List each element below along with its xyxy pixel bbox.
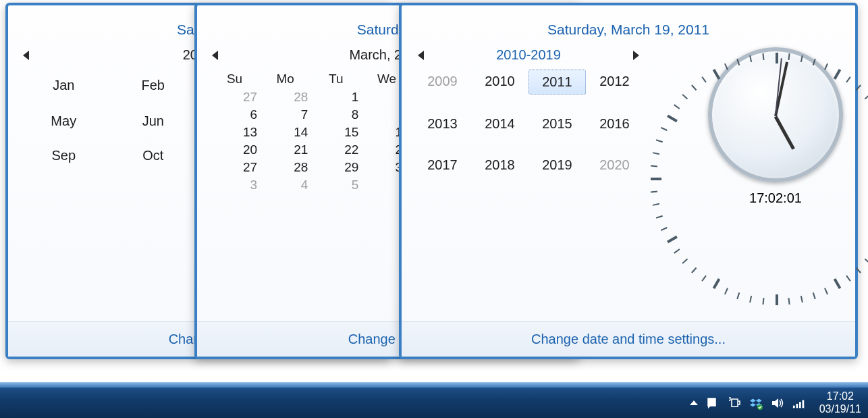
clock-tick <box>749 55 752 62</box>
clock-tick <box>865 259 868 264</box>
clock-tick <box>788 53 790 60</box>
month-cell[interactable]: Sep <box>20 144 107 167</box>
clock-tick <box>713 278 720 289</box>
day-cell[interactable]: 22 <box>310 141 361 159</box>
svg-rect-2 <box>796 403 798 407</box>
clock-tick <box>749 296 752 303</box>
clock-tick <box>788 298 790 305</box>
clock-tick <box>736 292 740 299</box>
year-cell[interactable]: 2020 <box>586 153 643 177</box>
year-cell[interactable]: 2016 <box>586 112 643 136</box>
clock-tick <box>667 236 678 243</box>
clock-tick <box>724 63 728 70</box>
month-cell[interactable]: Feb <box>110 74 197 99</box>
day-header: Tu <box>310 70 361 88</box>
clock-tick <box>762 298 764 305</box>
day-header: Mo <box>260 70 310 88</box>
date-header: Saturday, March 19, 2011 <box>414 22 843 38</box>
years-grid: 2009201020112012201320142015201620172018… <box>414 70 643 177</box>
clock-tick <box>824 63 828 70</box>
clock-tick <box>776 53 778 63</box>
clock-tick <box>846 76 850 82</box>
system-tray: 17:02 03/19/11 <box>690 390 861 415</box>
change-settings-link[interactable]: Change date and time settings... <box>531 332 726 346</box>
show-hidden-icons-icon[interactable] <box>690 400 698 405</box>
clock-tick <box>801 296 803 303</box>
month-cell[interactable]: Jun <box>110 109 197 133</box>
analog-clock: 17:02:01 <box>708 47 843 206</box>
prev-arrow-icon[interactable] <box>23 51 29 60</box>
day-cell[interactable]: 4 <box>260 176 310 194</box>
day-cell[interactable]: 8 <box>310 106 361 124</box>
month-cell[interactable]: Oct <box>110 144 197 167</box>
year-cell[interactable]: 2013 <box>414 112 471 136</box>
tray-date: 03/19/11 <box>819 403 861 415</box>
svg-rect-3 <box>799 402 801 408</box>
clock-tick <box>865 94 868 99</box>
clock-tick <box>856 84 861 90</box>
day-cell[interactable]: 21 <box>260 141 310 159</box>
clock-tick <box>834 278 841 289</box>
dropbox-icon[interactable] <box>749 396 763 410</box>
action-center-icon[interactable] <box>706 396 720 410</box>
clock-tick <box>701 276 706 282</box>
year-cell[interactable]: 2014 <box>471 112 528 136</box>
day-cell[interactable]: 28 <box>260 88 310 106</box>
clock-tick <box>834 69 841 80</box>
day-header: Su <box>209 70 260 88</box>
year-cell[interactable]: 2015 <box>528 112 586 136</box>
day-cell[interactable]: 5 <box>310 176 361 194</box>
day-cell[interactable]: 27 <box>209 159 260 176</box>
clock-face <box>708 47 843 182</box>
volume-icon[interactable] <box>771 396 784 410</box>
calendar-popup-decade: Saturday, March 19, 2011 2010-2019 20092… <box>399 3 858 359</box>
hour-hand <box>774 115 795 150</box>
next-arrow-icon[interactable] <box>633 51 639 60</box>
clock-tick <box>856 267 861 273</box>
day-cell[interactable]: 7 <box>260 106 310 124</box>
digital-time: 17:02:01 <box>749 190 802 206</box>
month-cell[interactable]: Jan <box>20 74 107 99</box>
tray-time: 17:02 <box>819 390 861 402</box>
popup-footer: Change date and time settings... <box>402 321 855 357</box>
clock-tick <box>824 288 828 294</box>
tray-clock[interactable]: 17:02 03/19/11 <box>819 390 861 415</box>
month-cell[interactable]: May <box>20 109 107 133</box>
clock-tick <box>776 294 778 305</box>
clock-tick <box>682 259 688 264</box>
day-cell[interactable]: 3 <box>209 176 260 194</box>
prev-arrow-icon[interactable] <box>418 51 424 60</box>
clock-tick <box>713 69 720 80</box>
day-cell[interactable]: 15 <box>310 124 361 141</box>
day-cell[interactable]: 14 <box>260 124 310 141</box>
network-icon[interactable] <box>792 396 806 410</box>
svg-rect-1 <box>793 405 795 408</box>
clock-tick <box>813 59 816 66</box>
day-cell[interactable]: 1 <box>310 88 361 106</box>
power-icon[interactable] <box>728 396 741 410</box>
day-cell[interactable]: 27 <box>209 88 260 106</box>
day-cell[interactable]: 20 <box>209 141 260 159</box>
prev-arrow-icon[interactable] <box>212 51 218 60</box>
clock-tick <box>846 276 850 282</box>
year-cell[interactable]: 2011 <box>528 70 586 95</box>
year-cell[interactable]: 2009 <box>414 70 471 95</box>
clock-tick <box>661 227 668 231</box>
year-cell[interactable]: 2012 <box>586 70 643 95</box>
day-cell[interactable]: 6 <box>209 106 260 124</box>
clock-tick <box>701 76 706 82</box>
year-cell[interactable]: 2010 <box>471 70 528 95</box>
year-cell[interactable]: 2017 <box>414 153 471 177</box>
clock-tick <box>656 215 663 219</box>
clock-tick <box>762 53 764 60</box>
day-cell[interactable]: 29 <box>310 159 361 176</box>
svg-rect-4 <box>802 400 804 408</box>
year-cell[interactable]: 2018 <box>471 153 528 177</box>
clock-tick <box>724 288 728 294</box>
day-cell[interactable]: 13 <box>209 124 260 141</box>
clock-tick <box>813 292 816 299</box>
day-cell[interactable]: 28 <box>260 159 310 176</box>
year-cell[interactable]: 2019 <box>528 153 586 177</box>
clock-tick <box>691 267 697 273</box>
calendar-title[interactable]: 2010-2019 <box>496 47 561 63</box>
